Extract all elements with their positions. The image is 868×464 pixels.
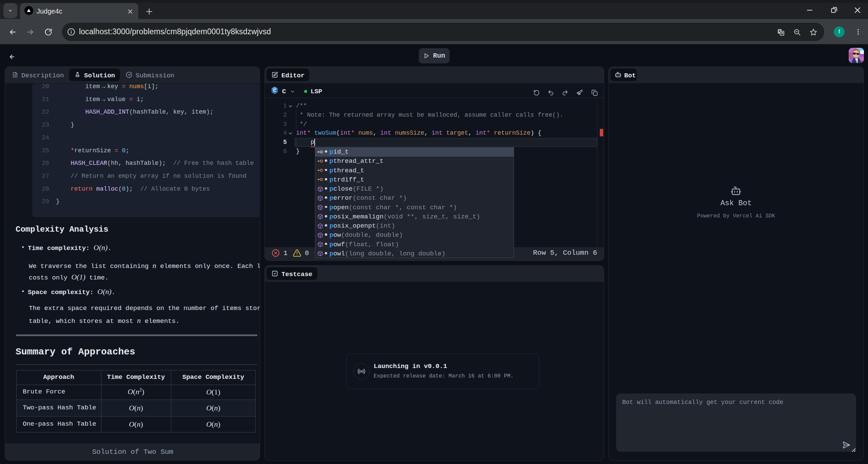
svg-text:C: C [273, 88, 276, 93]
